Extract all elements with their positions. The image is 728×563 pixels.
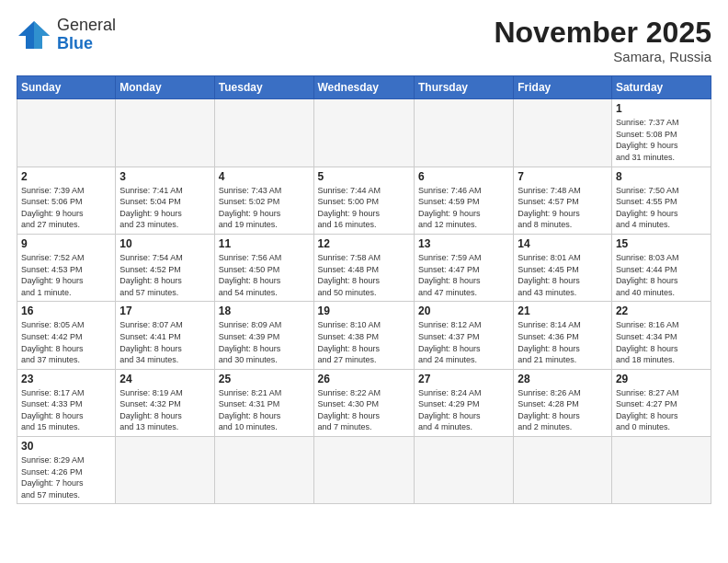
calendar-cell: 15Sunrise: 8:03 AM Sunset: 4:44 PM Dayli… <box>611 234 711 301</box>
svg-marker-1 <box>34 21 50 49</box>
week-row-1: 2Sunrise: 7:39 AM Sunset: 5:06 PM Daylig… <box>17 167 711 234</box>
day-info: Sunrise: 7:52 AM Sunset: 4:53 PM Dayligh… <box>21 252 111 298</box>
calendar-cell <box>214 437 313 504</box>
calendar-cell <box>116 437 214 504</box>
day-number: 9 <box>21 237 111 250</box>
week-row-5: 30Sunrise: 8:29 AM Sunset: 4:26 PM Dayli… <box>17 437 711 504</box>
calendar-cell: 1Sunrise: 7:37 AM Sunset: 5:08 PM Daylig… <box>611 99 711 167</box>
calendar-cell: 24Sunrise: 8:19 AM Sunset: 4:32 PM Dayli… <box>116 369 214 436</box>
calendar-cell: 11Sunrise: 7:56 AM Sunset: 4:50 PM Dayli… <box>214 234 313 301</box>
day-header-monday: Monday <box>116 76 214 99</box>
day-number: 3 <box>119 170 210 183</box>
day-number: 26 <box>318 373 410 385</box>
calendar-cell: 28Sunrise: 8:26 AM Sunset: 4:28 PM Dayli… <box>514 369 612 436</box>
day-info: Sunrise: 7:48 AM Sunset: 4:57 PM Dayligh… <box>518 185 608 231</box>
day-number: 30 <box>21 440 111 453</box>
calendar-cell: 10Sunrise: 7:54 AM Sunset: 4:52 PM Dayli… <box>116 234 214 301</box>
logo-general: General <box>57 17 116 35</box>
day-number: 1 <box>616 102 707 115</box>
calendar-cell <box>414 99 513 167</box>
calendar-cell <box>116 99 214 167</box>
day-info: Sunrise: 7:46 AM Sunset: 4:59 PM Dayligh… <box>418 185 509 231</box>
calendar-cell <box>214 99 313 167</box>
calendar-cell <box>514 99 612 167</box>
calendar-cell: 5Sunrise: 7:44 AM Sunset: 5:00 PM Daylig… <box>313 167 414 234</box>
day-info: Sunrise: 7:58 AM Sunset: 4:48 PM Dayligh… <box>318 252 410 298</box>
calendar-cell <box>313 99 414 167</box>
day-header-tuesday: Tuesday <box>214 76 313 99</box>
day-info: Sunrise: 8:14 AM Sunset: 4:36 PM Dayligh… <box>518 319 608 365</box>
page: General Blue November 2025 Samara, Russi… <box>0 0 728 563</box>
calendar-cell: 27Sunrise: 8:24 AM Sunset: 4:29 PM Dayli… <box>414 369 513 436</box>
day-number: 21 <box>518 304 608 317</box>
day-info: Sunrise: 8:26 AM Sunset: 4:28 PM Dayligh… <box>518 387 608 433</box>
day-info: Sunrise: 7:41 AM Sunset: 5:04 PM Dayligh… <box>119 185 210 231</box>
day-info: Sunrise: 8:27 AM Sunset: 4:27 PM Dayligh… <box>616 387 707 433</box>
calendar-cell <box>611 437 711 504</box>
day-header-friday: Friday <box>514 76 612 99</box>
calendar-cell: 13Sunrise: 7:59 AM Sunset: 4:47 PM Dayli… <box>414 234 513 301</box>
logo-text: General Blue <box>57 17 116 53</box>
day-info: Sunrise: 7:50 AM Sunset: 4:55 PM Dayligh… <box>616 185 707 231</box>
day-number: 23 <box>21 373 111 385</box>
logo-icon <box>17 19 51 51</box>
day-info: Sunrise: 8:19 AM Sunset: 4:32 PM Dayligh… <box>119 387 210 433</box>
day-info: Sunrise: 8:05 AM Sunset: 4:42 PM Dayligh… <box>21 319 111 365</box>
calendar-cell: 20Sunrise: 8:12 AM Sunset: 4:37 PM Dayli… <box>414 302 513 369</box>
calendar-cell: 16Sunrise: 8:05 AM Sunset: 4:42 PM Dayli… <box>17 302 116 369</box>
day-info: Sunrise: 8:24 AM Sunset: 4:29 PM Dayligh… <box>418 387 509 433</box>
calendar-cell: 14Sunrise: 8:01 AM Sunset: 4:45 PM Dayli… <box>514 234 612 301</box>
day-number: 16 <box>21 304 111 317</box>
day-info: Sunrise: 8:22 AM Sunset: 4:30 PM Dayligh… <box>318 387 410 433</box>
day-info: Sunrise: 7:54 AM Sunset: 4:52 PM Dayligh… <box>119 252 210 298</box>
week-row-2: 9Sunrise: 7:52 AM Sunset: 4:53 PM Daylig… <box>17 234 711 301</box>
day-number: 29 <box>616 373 707 385</box>
calendar-cell: 23Sunrise: 8:17 AM Sunset: 4:33 PM Dayli… <box>17 369 116 436</box>
calendar-cell: 3Sunrise: 7:41 AM Sunset: 5:04 PM Daylig… <box>116 167 214 234</box>
day-info: Sunrise: 7:56 AM Sunset: 4:50 PM Dayligh… <box>219 252 310 298</box>
week-row-4: 23Sunrise: 8:17 AM Sunset: 4:33 PM Dayli… <box>17 369 711 436</box>
calendar-cell: 18Sunrise: 8:09 AM Sunset: 4:39 PM Dayli… <box>214 302 313 369</box>
day-number: 11 <box>219 237 310 250</box>
day-number: 7 <box>518 170 608 183</box>
calendar-cell: 30Sunrise: 8:29 AM Sunset: 4:26 PM Dayli… <box>17 437 116 504</box>
calendar-cell <box>414 437 513 504</box>
title-area: November 2025 Samara, Russia <box>494 17 711 64</box>
day-header-sunday: Sunday <box>17 76 116 99</box>
day-info: Sunrise: 8:10 AM Sunset: 4:38 PM Dayligh… <box>318 319 410 365</box>
day-info: Sunrise: 8:29 AM Sunset: 4:26 PM Dayligh… <box>21 454 111 500</box>
day-number: 19 <box>318 304 410 317</box>
day-number: 18 <box>219 304 310 317</box>
calendar-cell <box>313 437 414 504</box>
location: Samara, Russia <box>494 49 711 64</box>
calendar-cell <box>514 437 612 504</box>
calendar-cell: 6Sunrise: 7:46 AM Sunset: 4:59 PM Daylig… <box>414 167 513 234</box>
calendar-cell: 26Sunrise: 8:22 AM Sunset: 4:30 PM Dayli… <box>313 369 414 436</box>
day-number: 24 <box>119 373 210 385</box>
day-info: Sunrise: 8:17 AM Sunset: 4:33 PM Dayligh… <box>21 387 111 433</box>
day-number: 5 <box>318 170 410 183</box>
day-info: Sunrise: 8:21 AM Sunset: 4:31 PM Dayligh… <box>219 387 310 433</box>
calendar-cell: 25Sunrise: 8:21 AM Sunset: 4:31 PM Dayli… <box>214 369 313 436</box>
day-number: 25 <box>219 373 310 385</box>
calendar: SundayMondayTuesdayWednesdayThursdayFrid… <box>17 75 711 504</box>
calendar-cell <box>17 99 116 167</box>
calendar-cell: 2Sunrise: 7:39 AM Sunset: 5:06 PM Daylig… <box>17 167 116 234</box>
calendar-cell: 19Sunrise: 8:10 AM Sunset: 4:38 PM Dayli… <box>313 302 414 369</box>
day-info: Sunrise: 7:44 AM Sunset: 5:00 PM Dayligh… <box>318 185 410 231</box>
day-number: 17 <box>119 304 210 317</box>
month-title: November 2025 <box>494 17 711 49</box>
day-number: 4 <box>219 170 310 183</box>
calendar-cell: 22Sunrise: 8:16 AM Sunset: 4:34 PM Dayli… <box>611 302 711 369</box>
day-number: 15 <box>616 237 707 250</box>
day-number: 20 <box>418 304 509 317</box>
calendar-header-row: SundayMondayTuesdayWednesdayThursdayFrid… <box>17 76 711 99</box>
logo: General Blue <box>17 17 116 53</box>
day-info: Sunrise: 8:09 AM Sunset: 4:39 PM Dayligh… <box>219 319 310 365</box>
day-number: 14 <box>518 237 608 250</box>
day-info: Sunrise: 8:01 AM Sunset: 4:45 PM Dayligh… <box>518 252 608 298</box>
day-number: 6 <box>418 170 509 183</box>
day-number: 13 <box>418 237 509 250</box>
day-number: 10 <box>119 237 210 250</box>
day-info: Sunrise: 7:59 AM Sunset: 4:47 PM Dayligh… <box>418 252 509 298</box>
